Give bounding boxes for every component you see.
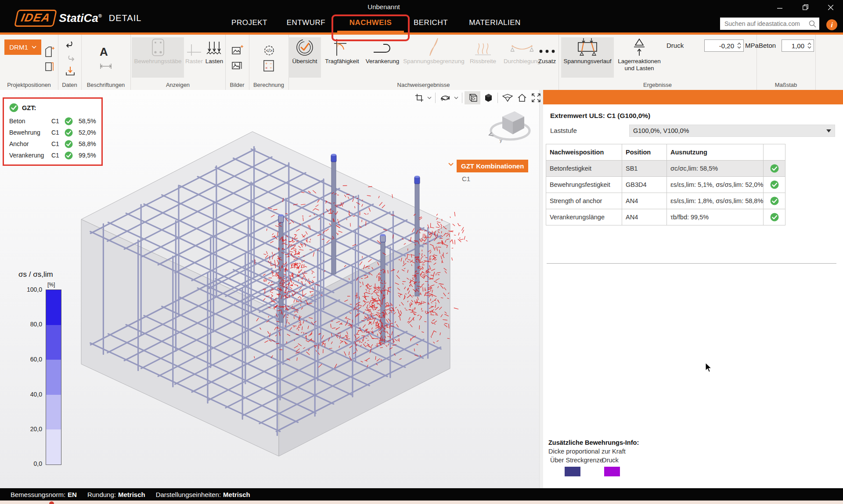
panel-title: Extremwert ULS: C1 (G100,0%)	[550, 112, 650, 120]
col-nachweisposition[interactable]: Nachweisposition	[546, 144, 622, 161]
minimize-icon	[777, 5, 782, 10]
cell-name[interactable]: Bewehrungsfestigkeit	[546, 177, 622, 193]
zoom-extents-button[interactable]	[529, 91, 543, 104]
images-icon[interactable]	[232, 60, 243, 71]
app-window: Unbenannt IDEA StatiCa® DETAIL PROJEKT E…	[0, 0, 843, 504]
table-row[interactable]: Bewehrungsfestigkeit GB3D4 εs/εs,lim: 5,…	[546, 177, 785, 193]
spin-up-icon[interactable]	[807, 43, 811, 45]
cell-utilization[interactable]: σc/σc,lim: 58,5%	[667, 161, 764, 177]
col-position[interactable]: Position	[622, 144, 667, 161]
ribbon-group-label: Bilder	[225, 82, 249, 88]
rotate-menu-chevron[interactable]	[453, 91, 460, 104]
scale-tick: 20,0	[18, 425, 42, 433]
spinner-arrows[interactable]	[806, 43, 814, 49]
beton-label: Beton	[759, 42, 776, 49]
scale-band	[46, 429, 61, 465]
rotate-view-button[interactable]	[438, 91, 453, 104]
cell-position[interactable]: AN4	[622, 209, 667, 225]
notification-dot	[49, 501, 54, 504]
ribbon-item-label: Spannungsbegrenzung	[402, 58, 466, 65]
wireframe-view-button[interactable]	[465, 91, 480, 104]
druck-spinner[interactable]: -0,20	[704, 39, 744, 52]
spinner-arrows[interactable]	[736, 43, 743, 49]
cell-position[interactable]: AN4	[622, 193, 667, 209]
tab-materialien[interactable]: MATERIALIEN	[458, 18, 532, 27]
scale-tick: 80,0	[18, 321, 42, 328]
redo-icon[interactable]	[65, 54, 76, 63]
button-uebersicht[interactable]: Übersicht	[288, 37, 321, 78]
cell-utilization[interactable]: εs/εs,lim: 5,1%, σs/σs,lim: 52,0%	[667, 177, 764, 193]
table-row[interactable]: Verankerungslänge AN4 τb/fbd: 99,5%	[546, 209, 785, 225]
project-position-selector[interactable]: DRM1	[4, 39, 41, 55]
search-icon[interactable]	[809, 20, 816, 28]
text-label-icon[interactable]: A	[100, 45, 108, 59]
ribbon-group-ergebnisse: Spannungsverlauf Lagerreaktionenund Last…	[558, 35, 757, 90]
button-verankerung[interactable]: Verankerung	[363, 37, 402, 78]
cell-name[interactable]: Verankerungslänge	[546, 209, 622, 225]
ribbon: DRM1 Projektpositionen Daten A Beschrift…	[0, 35, 843, 90]
cell-utilization[interactable]: εs/εs,lim: 1,8%, σs/σs,lim: 58,8%	[667, 193, 764, 209]
cell-position[interactable]: GB3D4	[622, 177, 667, 193]
loads-icon	[206, 41, 223, 57]
spin-down-icon[interactable]	[737, 46, 741, 49]
image-add-icon[interactable]	[232, 45, 243, 56]
col-ausnutzung[interactable]: Ausnutzung	[667, 144, 764, 161]
combination-group-label[interactable]: GZT Kombinationen	[457, 160, 528, 172]
crop-view-button[interactable]	[413, 91, 426, 104]
tab-entwurf[interactable]: ENTWURF	[269, 18, 343, 27]
ribbon-group-label: Ergebnisse	[558, 82, 757, 88]
table-row[interactable]: Betonfestigkeit SB1 σc/σc,lim: 58,5%	[546, 161, 785, 177]
scale-band	[46, 325, 61, 360]
restore-button[interactable]	[795, 0, 815, 14]
beton-spinner[interactable]: 1,00	[782, 39, 814, 52]
ribbon-item-label: Tragfähigkeit	[321, 58, 363, 65]
cell-utilization[interactable]: τb/fbd: 99,5%	[667, 209, 764, 225]
cell-position[interactable]: SB1	[622, 161, 667, 177]
button-tragfaehigkeit[interactable]: Tragfähigkeit	[321, 37, 363, 78]
button-spannungsbegrenzung[interactable]: Spannungsbegrenzung	[402, 37, 466, 78]
undo-icon[interactable]	[65, 40, 76, 50]
home-view-button[interactable]	[515, 91, 529, 104]
close-button[interactable]	[821, 0, 841, 14]
button-rissbreite[interactable]: Rissbreite	[466, 37, 500, 78]
cell-name[interactable]: Strength of anchor	[546, 193, 622, 209]
druck-value[interactable]: -0,20	[705, 42, 736, 50]
calculator-icon[interactable]: +−×÷	[263, 60, 274, 71]
copy-item-icon[interactable]	[44, 61, 55, 72]
navigation-cube[interactable]: y	[487, 104, 536, 147]
clip-view-button[interactable]	[500, 91, 515, 104]
minimize-button[interactable]	[770, 0, 790, 14]
button-zusatz[interactable]: Zusatz	[536, 37, 558, 78]
search-box	[720, 18, 819, 30]
tab-bericht[interactable]: BERICHT	[393, 18, 468, 27]
button-spannungsverlauf[interactable]: Spannungsverlauf	[561, 37, 614, 78]
solid-view-button[interactable]	[480, 91, 495, 104]
table-row[interactable]: Strength of anchor AN4 εs/εs,lim: 1,8%, …	[546, 193, 785, 209]
toggle-raster[interactable]: Raster	[184, 37, 204, 78]
tree-collapse-chevron[interactable]	[448, 162, 454, 166]
stress-flow-icon	[575, 37, 600, 57]
spin-down-icon[interactable]	[807, 46, 811, 49]
export-data-icon[interactable]	[65, 66, 76, 77]
settings-code-icon[interactable]: </>	[263, 44, 275, 57]
laststufe-dropdown[interactable]: G100,0%, V100,0%	[629, 125, 835, 137]
ribbon-group-label: Beschriftungen	[81, 82, 130, 88]
search-input[interactable]	[724, 20, 809, 28]
legend-label-streckgrenze: Über Streckgrenze	[550, 457, 603, 464]
dimension-icon[interactable]	[100, 63, 112, 70]
ribbon-group-anzeigen: Bewehrungsstäbe Raster Lasten Anzeigen	[130, 35, 226, 90]
button-lagerreaktionen[interactable]: Lagerreaktionenund Lasten	[614, 37, 665, 78]
toggle-lasten[interactable]: Lasten	[204, 37, 224, 78]
spin-up-icon[interactable]	[737, 43, 741, 45]
chevron-down-icon	[454, 97, 458, 99]
capacity-icon	[333, 38, 351, 57]
beton-value[interactable]: 1,00	[782, 42, 806, 50]
cell-name[interactable]: Betonfestigkeit	[546, 161, 622, 177]
toggle-bewehrungsstaebe[interactable]: Bewehrungsstäbe	[132, 37, 184, 78]
new-item-icon[interactable]	[44, 46, 55, 58]
combination-item[interactable]: C1	[462, 175, 470, 182]
ribbon-group-projektpositionen: DRM1 Projektpositionen	[0, 35, 58, 90]
crop-menu-chevron[interactable]	[426, 91, 433, 104]
scale-band	[46, 360, 61, 395]
info-icon[interactable]: i	[826, 19, 837, 30]
